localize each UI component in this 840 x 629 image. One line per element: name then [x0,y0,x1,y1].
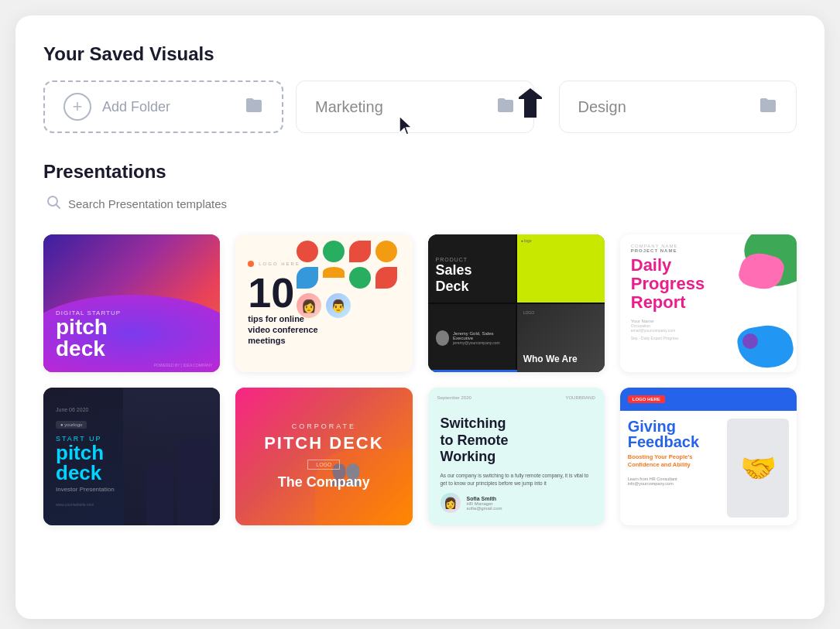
card-daily-progress[interactable]: COMPANY NAME PROJECT NAME DailyProgressR… [620,234,797,372]
card3-person-email: jeremy@yourcompany.com [453,340,508,345]
card7-brand: YOURBRAND [565,395,595,400]
cursor-arrow [519,88,542,118]
card5-website: www.yourwebsite.com [56,502,207,507]
card8-email: info@yourcompany.com [628,481,721,486]
folder-icon-add [245,97,263,117]
card8-text-area: GivingFeedback Boosting Your People'sCon… [628,419,721,518]
folder-marketing[interactable]: Marketing [296,80,534,133]
card4-meta: Your Name Occupation email@yourcompany.c… [631,319,705,340]
card8-content-area: GivingFeedback Boosting Your People'sCon… [620,411,797,525]
folder-design[interactable]: Design [559,80,797,133]
card3-top-left: PRODUCT Sales Deck [428,234,516,303]
add-folder-button[interactable]: + Add Folder [43,80,283,133]
card-tips[interactable]: 👩 👨 LOGO HERE 10 tips for onlinevideo co… [235,234,412,372]
card6-title: PITCH DECK [264,433,383,453]
search-bar [43,195,797,213]
card2-content: LOGO HERE 10 tips for onlinevideo confer… [248,261,399,347]
search-icon [46,195,60,213]
card2-tips-text: tips for onlinevideo conferencemeetings [248,313,356,347]
card3-person-name: Jeremy Gold, Sales Executive [453,331,508,340]
folders-row: + Add Folder Marketing [43,80,797,133]
marketing-left: Marketing [315,98,383,116]
main-container: Your Saved Visuals + Add Folder Marketin… [15,15,825,619]
card3-who-we-are: Who We Are [523,354,578,364]
svg-line-2 [57,205,60,209]
search-input[interactable] [68,197,300,210]
card8-business-icon: 🤝 [740,451,777,485]
design-left: Design [578,98,626,116]
card2-logo-text: LOGO HERE [259,262,300,266]
card4-date: Sep - Daily Expert Progress [631,336,705,340]
card3-top-right: ● logo [517,234,605,303]
card4-text-area: COMPANY NAME PROJECT NAME DailyProgressR… [631,244,705,340]
folder-design-label: Design [578,98,626,116]
card3-yellow-bg [517,234,605,303]
card3-person-info: Jeremy Gold, Sales Executive jeremy@your… [436,330,508,346]
card8-title: GivingFeedback [628,419,721,450]
add-folder-label: Add Folder [102,99,170,115]
card7-date: September 2020 [437,395,471,400]
card6-content: CORPORATE PITCH DECK LOGO The Company [264,422,383,491]
card6-company: The Company [264,474,383,491]
folder-icon-marketing [496,97,515,117]
card3-sales-title: Sales Deck [436,262,508,295]
card4-email: email@yourcompany.com [631,328,705,333]
card-remote-working[interactable]: September 2020 YOURBRAND Switchingto Rem… [428,388,605,525]
card2-number: 10 [248,272,399,313]
page-title: Your Saved Visuals [43,43,797,65]
card4-project-label: PROJECT NAME [631,248,705,253]
card6-logo: LOGO [307,460,340,470]
card3-who-logo: LOGO [523,310,534,315]
card7-person-info: Sofia Smith HR Manager sofia@gmail.com [467,496,502,511]
card-startup-pitch[interactable]: June 06 2020 ● yourlogo start up pitchde… [43,388,220,525]
shape-green-circle [323,241,345,262]
card3-product-label: PRODUCT [436,257,508,262]
card7-desc: As our company is switching to a fully r… [441,472,592,487]
card-giving-feedback[interactable]: LOGO HERE GivingFeedback Boosting Your P… [620,388,797,525]
shape-orange-circle [375,241,397,262]
card5-date: June 06 2020 [56,407,207,412]
card5-content: June 06 2020 ● yourlogo start up pitchde… [56,407,207,507]
card2-logo-row: LOGO HERE [248,261,399,267]
card3-logo: ● logo [521,238,532,243]
shape-red-circle [297,241,318,262]
card3-bottom-left: Jeremy Gold, Sales Executive jeremy@your… [428,304,516,372]
card7-title: Switchingto RemoteWorking [441,415,592,466]
card7-content: Switchingto RemoteWorking As our company… [441,415,592,513]
card5-title: pitchdeck [56,443,207,483]
card4-title: DailyProgressReport [631,256,705,313]
presentations-section: Presentations ● yourlogo digital startup… [43,161,797,525]
card3-avatar [436,330,450,346]
card7-person-name: Sofia Smith [467,496,502,501]
card-sales-deck[interactable]: PRODUCT Sales Deck ● logo Jeremy Gold, S… [428,234,605,372]
folder-icon-design [759,97,777,117]
card7-person-row: 👩 Sofia Smith HR Manager sofia@gmail.com [441,493,592,513]
card6-label: CORPORATE [264,422,383,430]
card2-logo-dot [248,261,254,267]
card8-photo-area: 🤝 [727,419,789,518]
card8-subtitle: Boosting Your People'sConfidence and Abi… [628,453,721,469]
card-pitch-deck[interactable]: ● yourlogo digital startup pitchdeck POW… [43,234,220,372]
card1-text: digital startup pitchdeck [56,309,207,360]
card7-person-email: sofia@gmail.com [467,506,502,511]
card8-logo-tag: LOGO HERE [628,395,665,403]
presentations-grid: ● yourlogo digital startup pitchdeck POW… [43,234,797,525]
card5-logo: ● yourlogo [56,421,87,429]
card7-avatar: 👩 [441,493,461,513]
add-folder-left: + Add Folder [63,93,170,121]
card3-person-text: Jeremy Gold, Sales Executive jeremy@your… [453,331,508,345]
folder-marketing-label: Marketing [315,98,383,116]
card1-footer: POWERED BY | IDEA COMPANY [154,363,213,367]
presentations-title: Presentations [43,161,797,183]
card8-top-bar: LOGO HERE [620,388,797,411]
shape-red-semi [349,241,371,262]
add-circle-icon: + [63,93,91,121]
card3-bottom-right: LOGO Who We Are [517,304,605,372]
card-corporate-pitch[interactable]: CORPORATE PITCH DECK LOGO The Company 👥 [235,388,412,525]
card4-dot-purple [742,333,758,349]
card5-sub2: Investor Presentation [56,486,207,493]
card1-title: pitchdeck [56,316,207,360]
